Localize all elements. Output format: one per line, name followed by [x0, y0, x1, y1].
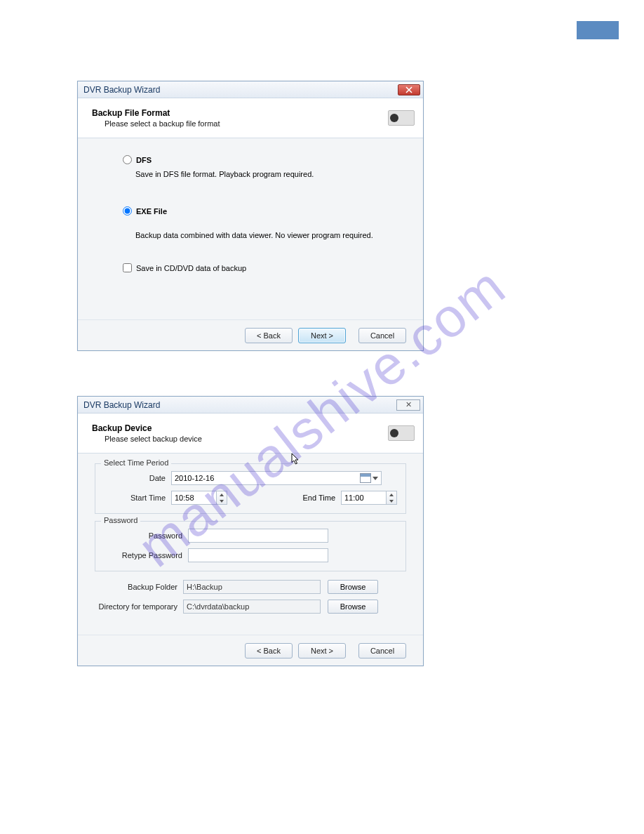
group-time-period: Select Time Period Date 2010-12-16 Start… [95, 463, 406, 514]
option-exe-row[interactable]: EXE File [123, 206, 406, 216]
checkbox-cd-dvd[interactable] [123, 263, 132, 272]
next-button[interactable]: Next > [298, 328, 346, 343]
radio-dfs[interactable] [123, 155, 132, 164]
group-password: Password Password Retype Password [95, 521, 406, 571]
label-retype-password: Retype Password [104, 551, 188, 560]
label-date: Date [104, 474, 171, 482]
dialog-subheading: Please select a backup file format [92, 119, 388, 128]
label-password: Password [104, 531, 188, 540]
dialog-body: DFS Save in DFS file format. Playback pr… [78, 138, 423, 319]
dialog-footer: < Back Next > Cancel [78, 319, 423, 350]
retype-password-input[interactable] [188, 548, 328, 562]
window-title: DVR Backup Wizard [83, 400, 396, 410]
dialog-header: Backup Device Please select backup devic… [78, 413, 423, 454]
cancel-button[interactable]: Cancel [358, 643, 406, 658]
date-input[interactable]: 2010-12-16 [171, 471, 382, 485]
radio-exe-label: EXE File [136, 207, 167, 216]
spinner-up-icon[interactable] [217, 491, 227, 498]
dialog-header: Backup File Format Please select a backu… [78, 98, 423, 138]
spinner-down-icon[interactable] [217, 498, 227, 504]
radio-exe-desc: Backup data combined with data viewer. N… [135, 231, 406, 239]
cancel-button[interactable]: Cancel [358, 328, 406, 343]
end-time-value: 11:00 [341, 491, 386, 505]
spinner-down-icon[interactable] [387, 498, 396, 504]
back-button[interactable]: < Back [245, 643, 293, 658]
end-time-input[interactable]: 11:00 [341, 491, 397, 505]
start-time-input[interactable]: 10:58 [171, 491, 227, 505]
spinner-up-icon[interactable] [387, 491, 396, 498]
radio-exe[interactable] [123, 206, 132, 216]
close-button[interactable] [398, 84, 420, 95]
label-start-time: Start Time [104, 494, 171, 502]
radio-dfs-desc: Save in DFS file format. Playback progra… [135, 170, 406, 178]
title-bar: DVR Backup Wizard ✕ [78, 397, 423, 413]
start-time-spinner[interactable] [216, 491, 227, 505]
browse-temp-button[interactable]: Browse [328, 600, 378, 614]
backup-folder-input[interactable] [183, 580, 321, 594]
dialog-heading: Backup File Format [92, 108, 388, 118]
close-icon [405, 86, 412, 93]
next-button[interactable]: Next > [298, 643, 346, 658]
camera-icon [388, 425, 415, 441]
close-icon: ✕ [405, 400, 411, 409]
temp-dir-input[interactable] [183, 600, 321, 614]
back-button[interactable]: < Back [245, 328, 293, 343]
date-value: 2010-12-16 [175, 474, 214, 482]
label-backup-folder: Backup Folder [95, 583, 183, 591]
title-bar: DVR Backup Wizard [78, 81, 423, 98]
date-dropdown-icon[interactable] [360, 473, 378, 483]
dialog-body: Select Time Period Date 2010-12-16 Start… [78, 454, 423, 635]
window-title: DVR Backup Wizard [83, 85, 398, 95]
radio-dfs-label: DFS [136, 156, 152, 164]
dialog-backup-device: DVR Backup Wizard ✕ Backup Device Please… [77, 396, 424, 666]
checkbox-cd-dvd-label: Save in CD/DVD data of backup [136, 264, 246, 272]
browse-folder-button[interactable]: Browse [328, 580, 378, 594]
cursor-icon [291, 453, 301, 465]
dialog-backup-file-format: DVR Backup Wizard Backup File Format Ple… [77, 81, 424, 351]
dialog-footer: < Back Next > Cancel [78, 635, 423, 666]
label-temp-dir: Directory for temporary [95, 602, 183, 611]
end-time-spinner[interactable] [386, 491, 397, 505]
start-time-value: 10:58 [171, 491, 216, 505]
password-input[interactable] [188, 529, 328, 543]
camera-icon [388, 110, 415, 126]
close-button[interactable]: ✕ [396, 399, 420, 411]
calendar-icon [360, 473, 371, 483]
group-legend-password: Password [101, 516, 140, 524]
checkbox-cd-dvd-row[interactable]: Save in CD/DVD data of backup [123, 263, 406, 272]
label-end-time: End Time [303, 494, 335, 502]
option-dfs-row[interactable]: DFS [123, 155, 406, 164]
chevron-down-icon [373, 477, 378, 480]
group-legend-time: Select Time Period [101, 458, 171, 467]
dialog-heading: Backup Device [92, 423, 388, 433]
dialog-subheading: Please select backup device [92, 435, 388, 443]
page-accent-block [577, 21, 619, 39]
